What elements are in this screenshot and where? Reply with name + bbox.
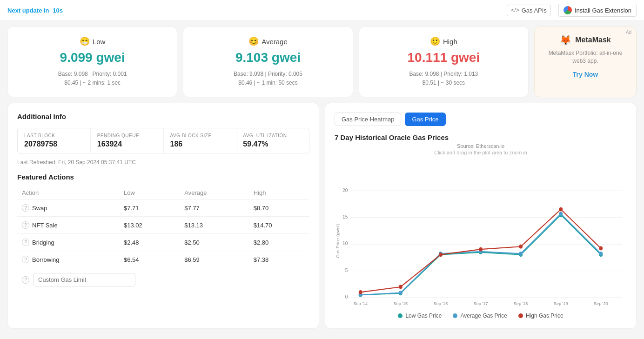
col-action: Action [17,186,119,199]
svg-text:Sep '17: Sep '17 [474,301,488,306]
custom-gas-help-icon[interactable]: ? [22,276,29,284]
stat-avg-utilization: AVG. UTILIZATION 59.47% [236,128,309,153]
svg-text:20: 20 [342,187,348,193]
install-extension-button[interactable]: Install Gas Extension [558,4,637,17]
next-update-text: Next update in [7,7,49,14]
featured-actions-table: Action Low Average High ? Swap $7.71 $7.… [17,186,309,268]
legend-average-label: Average Gas Price [460,312,507,319]
low-label: 😁 Low [17,36,168,47]
low-cost-time: $0.45 | ~ 2 mins: 1 sec [17,79,168,87]
high-base-info: Base: 9.098 | Priority: 1.013 $0.51 | ~ … [369,70,519,87]
stat-pending-queue-value: 163924 [97,140,157,148]
action-name-cell: ? Swap [17,199,119,217]
table-row: ? NFT Sale $13.02 $13.13 $14.70 [17,217,309,234]
custom-gas-row: ? [17,268,309,291]
svg-point-38 [599,246,603,251]
svg-text:5: 5 [345,267,348,273]
svg-text:15: 15 [342,214,348,220]
action-average: $6.59 [180,251,249,268]
action-average: $13.13 [180,217,249,234]
low-price: 9.099 gwei [17,50,168,65]
chart-title: 7 Day Historical Oracle Gas Prices [335,133,627,141]
ad-label: Ad [626,30,631,35]
svg-text:Gas Price (gwei): Gas Price (gwei) [335,224,341,258]
stat-last-block-value: 20789758 [24,140,84,148]
svg-text:Sep '20: Sep '20 [594,301,608,306]
low-text: Low [93,38,106,46]
action-average: $7.77 [180,199,249,217]
legend-average-dot [453,313,457,318]
custom-gas-input[interactable] [33,273,135,286]
col-average: Average [180,186,249,199]
stat-avg-block-size: AVG BLOCK SIZE 186 [164,128,236,153]
high-price: 10.111 gwei [369,50,519,65]
chart-area[interactable]: 0 5 10 15 20 Gas Price (gwei) Sep '14 Se… [335,159,627,308]
stats-grid: LAST BLOCK 20789758 PENDING QUEUE 163924… [17,128,309,153]
stat-pending-queue: PENDING QUEUE 163924 [91,128,163,153]
svg-point-29 [519,252,523,256]
legend-low: Low Gas Price [398,312,442,319]
additional-info-panel: Additional Info LAST BLOCK 20789758 PEND… [7,103,319,329]
svg-point-35 [479,247,483,252]
svg-text:10: 10 [342,240,348,246]
stat-pending-queue-label: PENDING QUEUE [97,133,157,138]
average-text: Average [262,38,288,46]
tab-gas-price[interactable]: Gas Price [405,113,445,126]
svg-text:0: 0 [345,294,348,300]
gas-apis-button[interactable]: </> Gas APIs [507,5,551,16]
svg-point-33 [399,285,402,289]
svg-point-34 [439,253,443,257]
action-name-text: Borrowing [32,256,60,263]
action-low: $13.02 [119,217,180,234]
chrome-icon [564,6,572,14]
gas-cards-row: 😁 Low 9.099 gwei Base: 9.098 | Priority:… [7,27,637,97]
average-price: 9.103 gwei [193,50,343,65]
average-base-info: Base: 9.098 | Priority: 0.005 $0.46 | ~ … [193,70,343,87]
gas-card-high: 🙂 High 10.111 gwei Base: 9.098 | Priorit… [359,27,529,97]
legend-high: High Gas Price [518,312,564,319]
chart-tabs: Gas Price Heatmap Gas Price [335,113,627,126]
average-cost-time: $0.46 | ~ 1 min: 50 secs [193,79,343,87]
top-bar: Next update in 10s </> Gas APIs Install … [0,0,644,21]
legend-average: Average Gas Price [453,312,507,319]
chart-hint: Click and drag in the plot area to zoom … [335,150,627,155]
action-name-cell: ? Bridging [17,234,119,251]
average-label: 😊 Average [193,36,343,47]
bottom-row: Additional Info LAST BLOCK 20789758 PEND… [7,103,637,329]
svg-text:Sep '15: Sep '15 [394,301,408,306]
table-row: ? Borrowing $6.54 $6.59 $7.38 [17,251,309,268]
svg-text:Sep '19: Sep '19 [554,301,568,306]
svg-point-36 [519,245,523,249]
action-help-icon[interactable]: ? [22,204,29,212]
action-help-icon[interactable]: ? [22,221,29,229]
col-low: Low [119,186,180,199]
action-help-icon[interactable]: ? [22,256,29,263]
action-high: $8.70 [249,199,309,217]
high-text: High [443,38,457,46]
action-name-text: Swap [32,205,47,212]
low-emoji: 😁 [80,36,90,47]
legend-high-label: High Gas Price [526,312,564,319]
tab-gas-price-heatmap[interactable]: Gas Price Heatmap [335,113,401,126]
action-help-icon[interactable]: ? [22,239,29,246]
gas-card-average: 😊 Average 9.103 gwei Base: 9.098 | Prior… [183,27,353,97]
svg-text:Sep '16: Sep '16 [434,301,448,306]
metamask-description: MetaMask Portfolio: all-in-one web3 app. [544,49,627,65]
metamask-brand: MetaMask [575,36,610,44]
stat-last-block: LAST BLOCK 20789758 [18,128,90,153]
svg-point-26 [399,291,402,295]
action-average: $2.50 [180,234,249,251]
code-icon: </> [511,7,519,13]
svg-point-37 [559,207,563,212]
install-ext-label: Install Gas Extension [575,7,631,14]
action-high: $7.38 [249,251,309,268]
try-now-button[interactable]: Try Now [573,71,598,78]
action-name-text: NFT Sale [32,222,58,229]
svg-point-32 [359,290,362,294]
main-content: 😁 Low 9.099 gwei Base: 9.098 | Priority:… [0,21,644,334]
high-label: 🙂 High [369,36,519,47]
chart-source: Source: Etherscan.io [335,143,627,149]
action-high: $14.70 [249,217,309,234]
average-base: Base: 9.098 | Priority: 0.005 [193,70,343,79]
action-name-text: Bridging [32,239,54,246]
